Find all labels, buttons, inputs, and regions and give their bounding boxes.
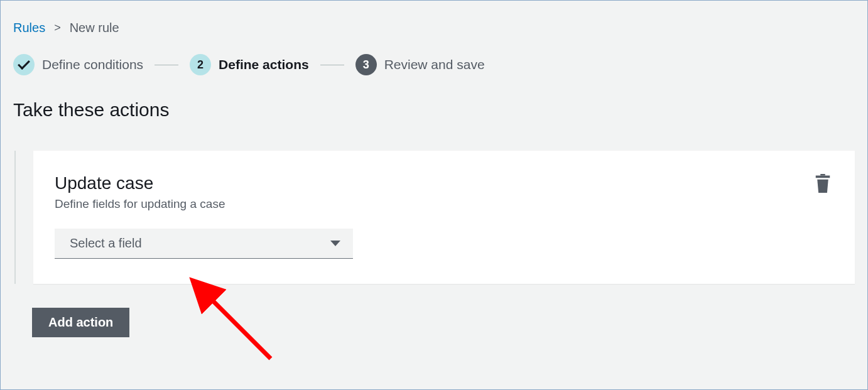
step-label: Define conditions	[42, 57, 143, 72]
action-card-title: Update case	[55, 173, 830, 193]
action-card-update-case: Update case Define fields for updating a…	[33, 151, 855, 284]
page-title: Take these actions	[13, 99, 855, 121]
select-placeholder: Select a field	[70, 236, 142, 251]
delete-action-button[interactable]	[813, 173, 832, 193]
svg-rect-1	[820, 174, 825, 176]
step-connector	[320, 65, 344, 65]
svg-line-3	[208, 296, 271, 359]
step-define-conditions[interactable]: Define conditions	[13, 54, 143, 75]
step-number-icon: 3	[355, 54, 377, 75]
step-review-and-save[interactable]: 3 Review and save	[355, 54, 485, 75]
caret-down-icon	[330, 241, 340, 246]
step-number-icon: 2	[190, 54, 211, 75]
step-check-icon	[13, 54, 35, 75]
field-select-dropdown[interactable]: Select a field	[55, 229, 353, 259]
svg-rect-0	[816, 176, 830, 178]
step-define-actions[interactable]: 2 Define actions	[190, 54, 309, 75]
step-connector	[155, 65, 178, 65]
trash-icon	[813, 173, 832, 193]
breadcrumb-current: New rule	[70, 21, 119, 35]
annotation-arrow-icon	[189, 277, 290, 371]
wizard-stepper: Define conditions 2 Define actions 3 Rev…	[13, 54, 855, 75]
step-label: Define actions	[219, 57, 309, 72]
actions-container: Update case Define fields for updating a…	[14, 151, 855, 284]
add-action-button[interactable]: Add action	[32, 308, 129, 337]
step-label: Review and save	[384, 57, 485, 72]
action-card-subtitle: Define fields for updating a case	[55, 197, 830, 211]
chevron-right-icon: >	[54, 21, 61, 35]
breadcrumb: Rules > New rule	[13, 21, 855, 35]
checkmark-icon	[18, 57, 30, 70]
breadcrumb-root-link[interactable]: Rules	[13, 21, 45, 35]
